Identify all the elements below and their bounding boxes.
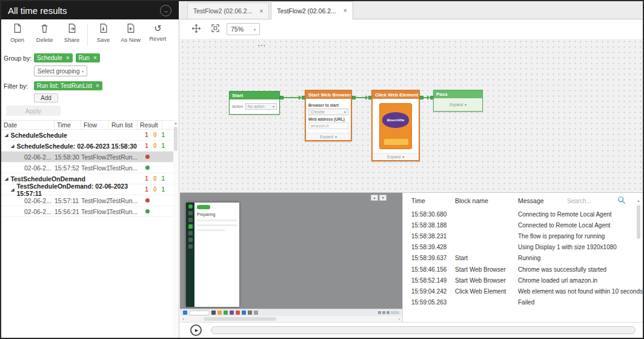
open-button[interactable]: Open <box>4 23 31 43</box>
product-label: BournVita <box>382 112 409 128</box>
preview-horizontal-scrollbar[interactable]: ‹ › <box>180 316 402 322</box>
results-scrollbar[interactable]: ▲ <box>173 120 178 337</box>
save-icon <box>98 23 108 35</box>
tree-expanded-icon[interactable]: ◢ <box>5 176 8 181</box>
recorded-app-window: Preparing <box>186 203 239 307</box>
column-header-time[interactable]: Time <box>55 121 81 129</box>
log-row: 15:59:05.263Failed <box>411 297 643 308</box>
filter-tag-runlist[interactable]: Run list: TestRunList × <box>34 81 102 90</box>
group-row[interactable]: ◢ ScheduleSchedule: 02-06-2023 15:58:30 … <box>1 141 174 152</box>
connector-browser-to-click <box>352 95 372 100</box>
result-passed-icon <box>145 166 150 170</box>
scroll-up-icon[interactable]: ▲ <box>636 198 641 204</box>
collapse-down-button[interactable]: ▾ <box>379 195 387 201</box>
expand-toggle[interactable]: Expand ▾ <box>434 98 482 111</box>
windows-logo-icon <box>183 310 187 315</box>
recorded-sidebar <box>186 203 194 307</box>
action-dropdown[interactable]: No action ▾ <box>245 103 277 110</box>
scroll-left-icon[interactable]: ‹ <box>180 317 187 322</box>
chevron-down-icon: ▾ <box>273 104 274 109</box>
zoom-level-dropdown[interactable]: 75% ▾ <box>227 23 260 35</box>
tab-testflow2-run2[interactable]: TestFlow2 (02.06.2... × <box>271 1 353 19</box>
taskbar-search <box>189 310 210 315</box>
passed-count: 1 <box>161 175 165 182</box>
fit-to-screen-button[interactable] <box>208 22 222 36</box>
playback-timeline[interactable] <box>211 326 636 334</box>
scroll-right-icon[interactable]: › <box>396 317 402 322</box>
flow-canvas[interactable]: ⋯ Start Action No action ▾ Start Web Bro… <box>180 39 643 193</box>
log-column-block[interactable]: Block name <box>455 197 518 204</box>
flow-tab-bar: TestFlow2 (02.06.2... × TestFlow2 (02.06… <box>180 1 643 19</box>
result-row[interactable]: 02-06-2... 15:56:21 TestFlow1 TestRun... <box>1 206 174 217</box>
result-row-selected[interactable]: 02-06-2... 15:58:30 TestFlow2 TestRun... <box>1 152 174 163</box>
search-icon[interactable] <box>617 196 626 206</box>
log-row: 15:58:38.231The flow is preparing for ru… <box>411 230 643 241</box>
column-header-result[interactable]: Result <box>138 121 162 129</box>
tree-expanded-icon[interactable]: ◢ <box>11 187 14 192</box>
share-button[interactable]: Share <box>58 23 85 43</box>
log-scrollbar[interactable]: ▲ <box>636 198 641 317</box>
remove-tag-icon[interactable]: × <box>66 55 70 61</box>
group-by-section: Group by: Schedule × Run × Select groupi… <box>4 53 100 76</box>
collapse-up-button[interactable]: ▴ <box>371 195 378 201</box>
forward-arrow-button[interactable]: → <box>160 5 171 16</box>
revert-button[interactable]: ↺ Revert <box>144 23 171 42</box>
scrollbar-thumb[interactable] <box>174 127 178 151</box>
remove-tag-icon[interactable]: × <box>93 55 97 61</box>
tree-expanded-icon[interactable]: ◢ <box>11 144 14 149</box>
failed-count: 1 <box>145 132 148 138</box>
group-row[interactable]: ◢ TestScheduleOnDemand: 02-06-2023 15:57… <box>1 184 174 195</box>
result-row[interactable]: 02-06-2... 15:57:11 TestFlow2 TestRun... <box>1 195 174 206</box>
log-row: 15:58:46.156Start Web BrowserChrome was … <box>411 264 643 275</box>
forward-arrow-icon: → <box>162 7 169 14</box>
column-header-flow[interactable]: Flow <box>81 121 109 129</box>
chevron-down-icon: ▾ <box>82 69 84 73</box>
block-start-web-browser[interactable]: Start Web Browser Browser to start Chrom… <box>305 90 352 141</box>
delete-button[interactable]: Delete <box>31 23 58 43</box>
select-grouping-dropdown[interactable]: Select grouping ▾ <box>34 65 87 76</box>
scrollbar-thumb[interactable] <box>637 205 640 239</box>
tree-expanded-icon[interactable]: ◢ <box>5 133 8 138</box>
result-passed-icon <box>145 209 150 213</box>
product-strip <box>384 139 408 145</box>
group-tag-schedule[interactable]: Schedule × <box>34 53 73 62</box>
log-search-input[interactable] <box>567 198 614 204</box>
log-column-time[interactable]: Time <box>411 197 455 204</box>
block-start[interactable]: Start Action No action ▾ <box>229 91 280 115</box>
scroll-up-icon[interactable]: ▲ <box>173 120 178 126</box>
expand-toggle[interactable]: Expand ▾ <box>373 153 419 160</box>
remove-tag-icon[interactable]: × <box>96 83 99 89</box>
close-icon[interactable]: × <box>344 7 347 14</box>
log-column-message[interactable]: Message <box>518 197 567 204</box>
scrollbar-thumb[interactable] <box>204 317 276 321</box>
block-pass[interactable]: Pass Expand ▾ <box>433 90 483 112</box>
expand-toggle[interactable]: Expand ▾ <box>306 133 351 140</box>
close-icon[interactable]: × <box>259 8 263 15</box>
pan-tool-button[interactable] <box>189 22 204 36</box>
failed-count: 1 <box>145 143 148 149</box>
more-options-button[interactable]: ⋯ <box>257 40 266 50</box>
column-header-runlist[interactable]: Run list <box>109 121 138 129</box>
app-window: All time results → Open Delete Share Sav… <box>0 0 644 339</box>
playback-bar: ▶ <box>180 322 643 338</box>
toolbar-separator <box>87 24 88 45</box>
url-field[interactable]: amazon.in <box>308 123 348 129</box>
chevron-down-icon: ▾ <box>402 155 404 159</box>
play-button[interactable]: ▶ <box>190 324 202 336</box>
group-tag-run[interactable]: Run × <box>76 53 100 62</box>
group-row[interactable]: ◢ ScheduleSchedule 101 <box>1 130 174 141</box>
apply-button[interactable]: Apply <box>6 106 61 116</box>
status-badge <box>197 205 210 209</box>
log-row: 15:58:39.428Using Display 1 with size 19… <box>411 242 643 253</box>
block-title: Start <box>230 92 279 99</box>
block-click-web-element[interactable]: Click Web Element BournVita Expand ▾ <box>371 90 420 161</box>
add-filter-button[interactable]: Add <box>34 93 58 102</box>
tab-testflow2-run1[interactable]: TestFlow2 (02.06.2... × <box>187 2 269 19</box>
column-header-date[interactable]: Date <box>1 121 55 129</box>
move-arrows-icon <box>191 24 201 35</box>
result-failed-icon <box>145 198 150 203</box>
browser-dropdown[interactable]: Chrome ▾ <box>308 109 348 115</box>
save-button[interactable]: Save <box>90 23 117 43</box>
result-row[interactable]: 02-06-2... 15:57:52 TestFlow1 TestRun... <box>1 163 174 173</box>
save-as-new-button[interactable]: As New <box>117 23 144 43</box>
